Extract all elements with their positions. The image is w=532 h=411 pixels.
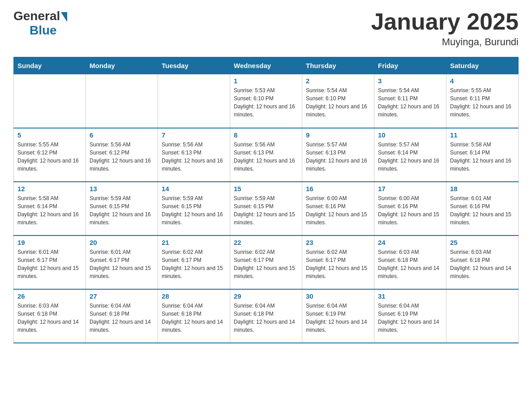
- day-number: 11: [450, 131, 515, 139]
- calendar-cell: 4Sunrise: 5:55 AMSunset: 6:11 PMDaylight…: [446, 74, 519, 128]
- calendar-cell: 21Sunrise: 6:02 AMSunset: 6:17 PMDayligh…: [158, 235, 230, 289]
- day-info: Sunrise: 5:54 AMSunset: 6:10 PMDaylight:…: [306, 86, 370, 119]
- calendar-cell: 22Sunrise: 6:02 AMSunset: 6:17 PMDayligh…: [230, 235, 302, 289]
- day-info: Sunrise: 5:58 AMSunset: 6:14 PMDaylight:…: [450, 141, 515, 173]
- day-number: 18: [450, 185, 515, 193]
- day-info: Sunrise: 6:00 AMSunset: 6:16 PMDaylight:…: [378, 194, 442, 227]
- calendar-title: January 2025: [371, 9, 519, 34]
- calendar-cell: 3Sunrise: 5:54 AMSunset: 6:11 PMDaylight…: [374, 74, 446, 128]
- day-info: Sunrise: 6:04 AMSunset: 6:18 PMDaylight:…: [90, 302, 154, 334]
- day-info: Sunrise: 6:00 AMSunset: 6:16 PMDaylight:…: [306, 194, 370, 227]
- calendar-cell: 7Sunrise: 5:56 AMSunset: 6:13 PMDaylight…: [158, 128, 230, 182]
- day-info: Sunrise: 5:59 AMSunset: 6:15 PMDaylight:…: [162, 194, 226, 227]
- day-info: Sunrise: 5:57 AMSunset: 6:14 PMDaylight:…: [378, 141, 442, 173]
- calendar-cell: 28Sunrise: 6:04 AMSunset: 6:18 PMDayligh…: [158, 289, 230, 343]
- day-info: Sunrise: 6:04 AMSunset: 6:18 PMDaylight:…: [234, 302, 298, 334]
- day-number: 21: [162, 239, 226, 246]
- day-info: Sunrise: 5:58 AMSunset: 6:14 PMDaylight:…: [17, 194, 82, 227]
- day-info: Sunrise: 6:03 AMSunset: 6:18 PMDaylight:…: [450, 248, 515, 280]
- calendar-cell: 17Sunrise: 6:00 AMSunset: 6:16 PMDayligh…: [374, 182, 446, 235]
- day-number: 30: [306, 292, 370, 300]
- day-number: 15: [234, 185, 298, 193]
- calendar-week-1: 1Sunrise: 5:53 AMSunset: 6:10 PMDaylight…: [14, 74, 519, 128]
- calendar-cell: 2Sunrise: 5:54 AMSunset: 6:10 PMDaylight…: [302, 74, 374, 128]
- day-number: 17: [378, 185, 442, 193]
- day-number: 7: [162, 131, 226, 139]
- calendar-cell: 11Sunrise: 5:58 AMSunset: 6:14 PMDayligh…: [446, 128, 519, 182]
- calendar-cell: 26Sunrise: 6:03 AMSunset: 6:18 PMDayligh…: [14, 289, 86, 343]
- day-number: 22: [234, 239, 298, 246]
- calendar-cell: 8Sunrise: 5:56 AMSunset: 6:13 PMDaylight…: [230, 128, 302, 182]
- day-header-tuesday: Tuesday: [158, 57, 230, 74]
- day-header-friday: Friday: [374, 57, 446, 74]
- page-header: General Blue January 2025 Muyinga, Burun…: [13, 9, 519, 48]
- day-info: Sunrise: 5:57 AMSunset: 6:13 PMDaylight:…: [306, 141, 370, 173]
- day-number: 8: [234, 131, 298, 139]
- calendar-cell: 29Sunrise: 6:04 AMSunset: 6:18 PMDayligh…: [230, 289, 302, 343]
- calendar-cell: [158, 74, 230, 128]
- day-number: 2: [306, 77, 370, 85]
- calendar-cell: [86, 74, 158, 128]
- day-info: Sunrise: 5:53 AMSunset: 6:10 PMDaylight:…: [234, 86, 298, 119]
- day-header-monday: Monday: [86, 57, 158, 74]
- day-info: Sunrise: 5:54 AMSunset: 6:11 PMDaylight:…: [378, 86, 442, 119]
- calendar-cell: 10Sunrise: 5:57 AMSunset: 6:14 PMDayligh…: [374, 128, 446, 182]
- day-info: Sunrise: 5:56 AMSunset: 6:13 PMDaylight:…: [162, 141, 226, 173]
- day-number: 26: [17, 292, 82, 300]
- day-header-wednesday: Wednesday: [230, 57, 302, 74]
- day-number: 4: [450, 77, 515, 85]
- logo-triangle-icon: [61, 12, 67, 22]
- calendar-cell: 31Sunrise: 6:04 AMSunset: 6:19 PMDayligh…: [374, 289, 446, 343]
- day-number: 13: [90, 185, 154, 193]
- day-number: 1: [234, 77, 298, 85]
- calendar-cell: 1Sunrise: 5:53 AMSunset: 6:10 PMDaylight…: [230, 74, 302, 128]
- calendar-cell: 5Sunrise: 5:55 AMSunset: 6:12 PMDaylight…: [14, 128, 86, 182]
- day-info: Sunrise: 6:03 AMSunset: 6:18 PMDaylight:…: [378, 248, 442, 280]
- day-info: Sunrise: 5:59 AMSunset: 6:15 PMDaylight:…: [90, 194, 154, 227]
- day-info: Sunrise: 6:02 AMSunset: 6:17 PMDaylight:…: [162, 248, 226, 280]
- day-number: 25: [450, 239, 515, 246]
- day-info: Sunrise: 6:01 AMSunset: 6:16 PMDaylight:…: [450, 194, 515, 227]
- calendar-week-5: 26Sunrise: 6:03 AMSunset: 6:18 PMDayligh…: [14, 289, 519, 343]
- calendar-cell: 23Sunrise: 6:02 AMSunset: 6:17 PMDayligh…: [302, 235, 374, 289]
- day-info: Sunrise: 5:59 AMSunset: 6:15 PMDaylight:…: [234, 194, 298, 227]
- day-info: Sunrise: 5:56 AMSunset: 6:12 PMDaylight:…: [90, 141, 154, 173]
- day-info: Sunrise: 6:04 AMSunset: 6:19 PMDaylight:…: [378, 302, 442, 334]
- day-number: 16: [306, 185, 370, 193]
- calendar-cell: 20Sunrise: 6:01 AMSunset: 6:17 PMDayligh…: [86, 235, 158, 289]
- day-info: Sunrise: 5:56 AMSunset: 6:13 PMDaylight:…: [234, 141, 298, 173]
- calendar-cell: 24Sunrise: 6:03 AMSunset: 6:18 PMDayligh…: [374, 235, 446, 289]
- day-number: 10: [378, 131, 442, 139]
- calendar-cell: 13Sunrise: 5:59 AMSunset: 6:15 PMDayligh…: [86, 182, 158, 235]
- calendar-cell: 15Sunrise: 5:59 AMSunset: 6:15 PMDayligh…: [230, 182, 302, 235]
- calendar-cell: 25Sunrise: 6:03 AMSunset: 6:18 PMDayligh…: [446, 235, 519, 289]
- day-number: 12: [17, 185, 82, 193]
- day-info: Sunrise: 6:04 AMSunset: 6:19 PMDaylight:…: [306, 302, 370, 334]
- calendar-header-row: SundayMondayTuesdayWednesdayThursdayFrid…: [14, 57, 519, 74]
- day-number: 20: [90, 239, 154, 246]
- day-info: Sunrise: 5:55 AMSunset: 6:12 PMDaylight:…: [17, 141, 82, 173]
- day-info: Sunrise: 5:55 AMSunset: 6:11 PMDaylight:…: [450, 86, 515, 119]
- day-header-saturday: Saturday: [446, 57, 519, 74]
- day-info: Sunrise: 6:03 AMSunset: 6:18 PMDaylight:…: [17, 302, 82, 334]
- title-section: January 2025 Muyinga, Burundi: [371, 9, 519, 48]
- calendar-cell: 30Sunrise: 6:04 AMSunset: 6:19 PMDayligh…: [302, 289, 374, 343]
- calendar-cell: [446, 289, 519, 343]
- day-header-thursday: Thursday: [302, 57, 374, 74]
- logo: General Blue: [13, 9, 67, 38]
- calendar-cell: 19Sunrise: 6:01 AMSunset: 6:17 PMDayligh…: [14, 235, 86, 289]
- day-number: 23: [306, 239, 370, 246]
- calendar-week-2: 5Sunrise: 5:55 AMSunset: 6:12 PMDaylight…: [14, 128, 519, 182]
- day-number: 9: [306, 131, 370, 139]
- calendar-cell: 14Sunrise: 5:59 AMSunset: 6:15 PMDayligh…: [158, 182, 230, 235]
- calendar-cell: 6Sunrise: 5:56 AMSunset: 6:12 PMDaylight…: [86, 128, 158, 182]
- calendar-cell: [14, 74, 86, 128]
- day-number: 29: [234, 292, 298, 300]
- day-number: 3: [378, 77, 442, 85]
- calendar-cell: 27Sunrise: 6:04 AMSunset: 6:18 PMDayligh…: [86, 289, 158, 343]
- calendar-week-4: 19Sunrise: 6:01 AMSunset: 6:17 PMDayligh…: [14, 235, 519, 289]
- day-header-sunday: Sunday: [14, 57, 86, 74]
- day-info: Sunrise: 6:02 AMSunset: 6:17 PMDaylight:…: [234, 248, 298, 280]
- calendar-location: Muyinga, Burundi: [371, 36, 519, 48]
- day-info: Sunrise: 6:01 AMSunset: 6:17 PMDaylight:…: [90, 248, 154, 280]
